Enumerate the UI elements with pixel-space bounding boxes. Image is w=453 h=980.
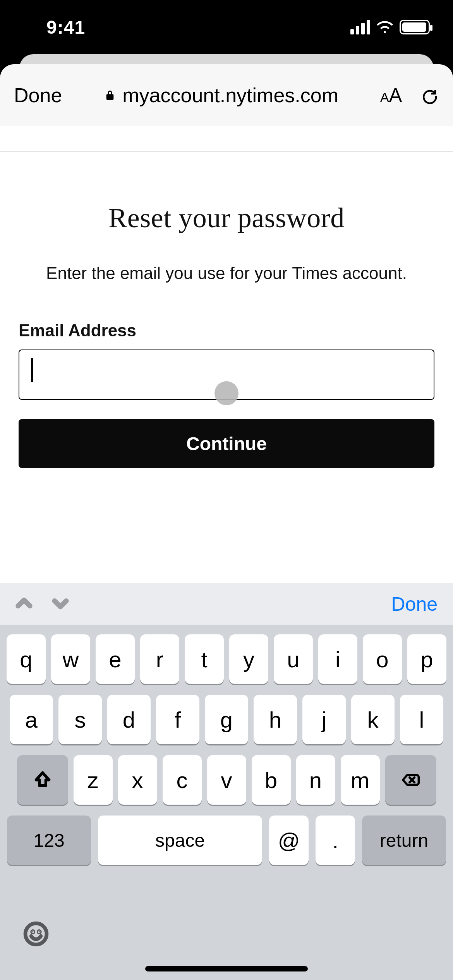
status-icons <box>350 18 430 36</box>
text-size-button[interactable]: AA <box>380 84 402 106</box>
key-b[interactable]: b <box>252 755 291 805</box>
safari-sheet: Done myaccount.nytimes.com AA Reset your <box>0 64 453 980</box>
lock-icon <box>104 89 116 101</box>
email-field-wrap <box>19 340 434 400</box>
key-f[interactable]: f <box>156 695 199 744</box>
svg-point-2 <box>26 923 47 945</box>
svg-point-3 <box>32 931 33 932</box>
key-t[interactable]: t <box>185 634 224 684</box>
key-z[interactable]: z <box>74 755 113 805</box>
touch-indicator <box>214 381 239 405</box>
home-indicator <box>145 966 308 971</box>
return-key[interactable]: return <box>362 816 446 865</box>
email-label: Email Address <box>19 321 434 340</box>
key-g[interactable]: g <box>205 695 248 744</box>
backspace-key[interactable] <box>385 755 436 805</box>
key-e[interactable]: e <box>96 634 135 684</box>
shift-key[interactable] <box>17 755 68 805</box>
key-r[interactable]: r <box>140 634 179 684</box>
key-i[interactable]: i <box>318 634 357 684</box>
key-q[interactable]: q <box>7 634 46 684</box>
keyboard-accessory-bar: Done <box>0 583 453 625</box>
reload-button[interactable] <box>420 86 439 105</box>
key-j[interactable]: j <box>302 695 346 744</box>
svg-point-4 <box>39 931 40 932</box>
next-field-button[interactable] <box>50 593 70 615</box>
key-o[interactable]: o <box>363 634 402 684</box>
key-d[interactable]: d <box>107 695 151 744</box>
numbers-key[interactable]: 123 <box>7 816 91 865</box>
key-k[interactable]: k <box>351 695 395 744</box>
keyboard-done-button[interactable]: Done <box>391 593 438 615</box>
address-bar[interactable]: myaccount.nytimes.com <box>104 84 338 107</box>
key-w[interactable]: w <box>51 634 90 684</box>
safari-toolbar: Done myaccount.nytimes.com AA <box>0 64 453 126</box>
wifi-icon <box>376 18 394 36</box>
key-h[interactable]: h <box>254 695 297 744</box>
key-c[interactable]: c <box>163 755 202 805</box>
key-y[interactable]: y <box>229 634 268 684</box>
web-page: Reset your password Enter the email you … <box>0 126 453 468</box>
cellular-signal-icon <box>350 20 370 34</box>
done-button[interactable]: Done <box>14 84 62 107</box>
page-title: Reset your password <box>19 202 434 234</box>
key-u[interactable]: u <box>274 634 313 684</box>
key-p[interactable]: p <box>407 634 446 684</box>
key-v[interactable]: v <box>207 755 246 805</box>
key-l[interactable]: l <box>400 695 443 744</box>
key-m[interactable]: m <box>341 755 380 805</box>
status-time: 9:41 <box>46 17 85 38</box>
key-s[interactable]: s <box>58 695 102 744</box>
status-bar: 9:41 <box>0 0 453 54</box>
dot-key[interactable]: . <box>316 816 355 865</box>
text-caret <box>31 358 33 382</box>
continue-button[interactable]: Continue <box>19 419 434 468</box>
url-text: myaccount.nytimes.com <box>122 84 338 107</box>
at-key[interactable]: @ <box>269 816 309 865</box>
key-a[interactable]: a <box>10 695 53 744</box>
prev-field-button[interactable] <box>14 593 34 615</box>
key-x[interactable]: x <box>118 755 157 805</box>
page-subtitle: Enter the email you use for your Times a… <box>19 264 434 283</box>
emoji-key[interactable] <box>23 921 49 948</box>
page-header-strip <box>0 126 453 152</box>
key-n[interactable]: n <box>296 755 335 805</box>
keyboard: Done qwertyuiop asdfghjkl zxcvbnm 123 sp… <box>0 583 453 980</box>
space-key[interactable]: space <box>98 816 262 865</box>
battery-icon <box>400 20 430 34</box>
